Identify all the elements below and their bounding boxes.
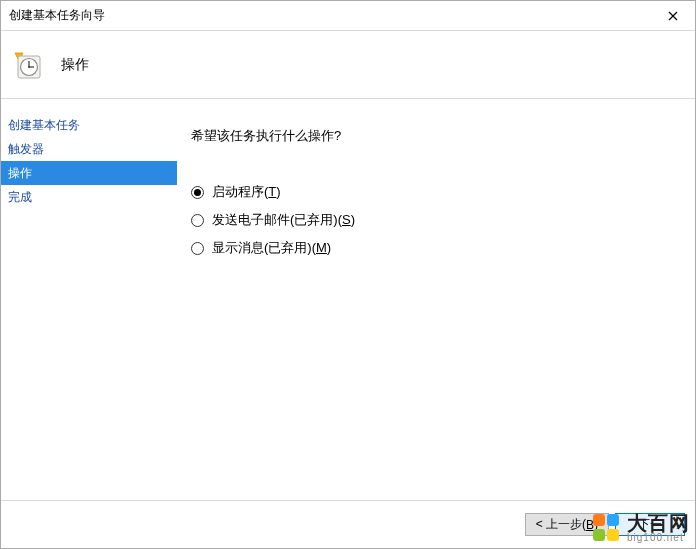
sidebar-item-create-task[interactable]: 创建基本任务 bbox=[1, 113, 177, 137]
sidebar-item-finish[interactable]: 完成 bbox=[1, 185, 177, 209]
wizard-steps-sidebar: 创建基本任务 触发器 操作 完成 bbox=[1, 99, 177, 500]
wizard-body: 创建基本任务 触发器 操作 完成 希望该任务执行什么操作? 启动程序(T) 发送… bbox=[1, 99, 695, 500]
wizard-footer: < 上一步(B) 下一 bbox=[1, 500, 695, 548]
wizard-window: 创建基本任务向导 操作 创建基本任务 触发器 操作 完成 希望该任务执行什么操作… bbox=[0, 0, 696, 549]
sidebar-item-trigger[interactable]: 触发器 bbox=[1, 137, 177, 161]
close-button[interactable] bbox=[659, 5, 687, 27]
radio-show-message[interactable]: 显示消息(已弃用)(M) bbox=[191, 239, 681, 257]
radio-icon bbox=[191, 242, 204, 255]
radio-icon bbox=[191, 186, 204, 199]
next-button[interactable]: 下一 bbox=[615, 513, 685, 536]
page-title: 操作 bbox=[61, 56, 89, 74]
sidebar-item-action[interactable]: 操作 bbox=[1, 161, 177, 185]
close-icon bbox=[668, 11, 678, 21]
radio-send-email[interactable]: 发送电子邮件(已弃用)(S) bbox=[191, 211, 681, 229]
radio-label: 显示消息(已弃用)(M) bbox=[212, 239, 331, 257]
titlebar: 创建基本任务向导 bbox=[1, 1, 695, 31]
radio-icon bbox=[191, 214, 204, 227]
window-title: 创建基本任务向导 bbox=[9, 7, 105, 24]
action-question: 希望该任务执行什么操作? bbox=[191, 127, 681, 145]
back-button[interactable]: < 上一步(B) bbox=[525, 513, 609, 536]
radio-label: 发送电子邮件(已弃用)(S) bbox=[212, 211, 355, 229]
clock-icon bbox=[13, 50, 43, 80]
radio-label: 启动程序(T) bbox=[212, 183, 281, 201]
wizard-content: 希望该任务执行什么操作? 启动程序(T) 发送电子邮件(已弃用)(S) 显示消息… bbox=[177, 99, 695, 500]
wizard-header: 操作 bbox=[1, 31, 695, 99]
svg-point-5 bbox=[28, 66, 30, 68]
radio-start-program[interactable]: 启动程序(T) bbox=[191, 183, 681, 201]
